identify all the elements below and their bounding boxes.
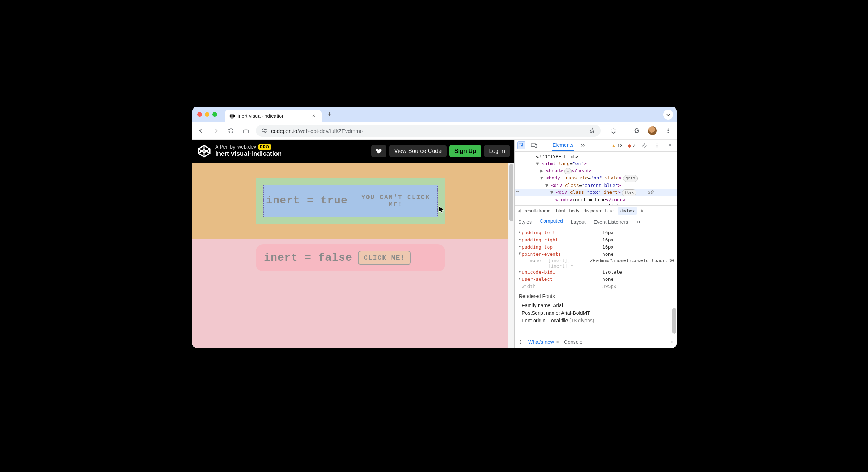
warnings-badge[interactable]: ▲13 [611, 143, 622, 148]
view-source-button[interactable]: View Source Code [389, 145, 447, 157]
close-whats-new-button[interactable]: × [556, 339, 559, 345]
chevrons-right-icon [580, 144, 585, 147]
tab-close-button[interactable]: × [310, 113, 317, 119]
heart-icon [376, 148, 382, 154]
computed-styles[interactable]: ▶padding-left16px ▶padding-right16px ▶pa… [515, 228, 677, 336]
rendered-fonts-body: Family name: Arial PostScript name: Aria… [517, 301, 674, 328]
kebab-icon [518, 339, 523, 345]
crumb-box[interactable]: div.box [618, 207, 637, 215]
scrollbar-thumb[interactable] [672, 308, 676, 334]
devtools-menu-button[interactable] [653, 141, 661, 149]
inspect-element-button[interactable] [517, 141, 525, 149]
devtools-highlight-margin: inert = true YOU CAN'T CLICK ME! [256, 178, 445, 224]
drawer-menu-button[interactable] [518, 339, 523, 345]
computed-property-expanded[interactable]: ▼pointer-eventsnone [517, 251, 674, 258]
svg-point-9 [667, 132, 669, 133]
crumb-parent[interactable]: div.parent.blue [584, 208, 614, 213]
device-toggle-button[interactable] [530, 141, 538, 149]
crumb-body[interactable]: body [569, 208, 579, 213]
extensions-button[interactable] [608, 126, 618, 136]
home-button[interactable] [241, 126, 251, 136]
chrome-menu-button[interactable] [663, 126, 673, 136]
error-icon: ◆ [628, 143, 631, 148]
star-icon [589, 127, 595, 134]
crumb-iframe[interactable]: .result-iframe [525, 208, 552, 213]
selected-dom-node[interactable]: ▼ <div class="box" inert>flex == $0 [515, 189, 677, 196]
kebab-icon [665, 128, 671, 134]
elements-tab[interactable]: Elements [552, 140, 574, 151]
more-style-tabs-button[interactable] [636, 220, 641, 224]
computed-tab[interactable]: Computed [540, 218, 563, 226]
page-content: A Pen by web.dev PRO inert visual-indica… [192, 140, 515, 348]
crumb-scroll-right[interactable]: ▶ [641, 208, 644, 213]
address-bar[interactable]: codepen.io/web-dot-dev/full/ZEvdmmo [256, 125, 601, 137]
more-tabs-button[interactable] [579, 141, 587, 149]
gear-icon [641, 143, 647, 148]
svg-rect-15 [535, 145, 537, 148]
svg-point-4 [263, 129, 264, 130]
tab-search-button[interactable] [663, 110, 673, 120]
window-close-button[interactable] [197, 112, 202, 117]
errors-badge[interactable]: ◆7 [628, 143, 635, 148]
computed-property-source[interactable]: none [inert], [inert] * ZEvdmmo?anon=tr…… [517, 258, 674, 269]
codepen-logo-icon[interactable] [197, 144, 212, 159]
window-zoom-button[interactable] [212, 112, 217, 117]
console-tab[interactable]: Console [564, 339, 582, 345]
svg-point-20 [520, 340, 521, 341]
like-button[interactable] [371, 145, 386, 157]
whats-new-tab[interactable]: What's new × [528, 339, 559, 345]
crumb-scroll-left[interactable]: ◀ [517, 208, 520, 213]
crumb-html[interactable]: html [556, 208, 565, 213]
rendered-fonts-header: Rendered Fonts [517, 290, 674, 301]
computed-property[interactable]: ▶unicode-bidiisolate [517, 269, 674, 276]
devtools-panel: Elements ▲13 ◆7 × <!DOCTYPE html> ▼ <htm… [515, 140, 677, 348]
svg-point-16 [643, 145, 645, 146]
inspect-icon [519, 143, 524, 148]
author-link[interactable]: web.dev [237, 144, 256, 150]
page-body: inert = true YOU CAN'T CLICK ME! [192, 163, 514, 348]
page-scrollbar[interactable] [508, 163, 514, 348]
devtools-scrollbar[interactable] [672, 140, 677, 348]
warning-icon: ▲ [611, 143, 616, 148]
chevrons-right-icon [636, 220, 641, 224]
computed-property[interactable]: ▶padding-right16px [517, 236, 674, 244]
site-settings-icon[interactable] [261, 128, 267, 133]
event-listeners-tab[interactable]: Event Listeners [594, 219, 628, 225]
pen-byline: A Pen by web.dev PRO [215, 144, 282, 150]
devtools-settings-button[interactable] [640, 141, 648, 149]
login-button[interactable]: Log In [484, 145, 510, 157]
inert-true-button: YOU CAN'T CLICK ME! [360, 194, 431, 208]
browser-tab[interactable]: inert visual-indication × [225, 110, 322, 122]
window-minimize-button[interactable] [205, 112, 209, 117]
dom-breadcrumbs[interactable]: ◀ .result-iframe html body div.parent.bl… [515, 206, 677, 216]
chevron-down-icon [666, 112, 670, 117]
inert-false-label: inert = false [264, 252, 352, 264]
browser-toolbar: codepen.io/web-dot-dev/full/ZEvdmmo G [192, 122, 677, 140]
back-button[interactable] [196, 126, 206, 136]
dom-tree[interactable]: <!DOCTYPE html> ▼ <html lang="en"> ▶ <he… [515, 152, 677, 206]
source-link[interactable]: ZEvdmmo?anon=tr…ew=fullpage:30 [590, 258, 674, 269]
dollar-zero-ref: $0 [648, 189, 654, 195]
signup-button[interactable]: Sign Up [449, 145, 481, 157]
new-tab-button[interactable]: + [324, 110, 334, 120]
google-account-button[interactable]: G [632, 126, 642, 136]
styles-tab[interactable]: Styles [518, 219, 532, 225]
computed-property[interactable]: ▶user-selectnone [517, 276, 674, 283]
arrow-left-icon [197, 127, 204, 134]
devtools-highlight-content: inert = true YOU CAN'T CLICK ME! [263, 185, 438, 217]
profile-avatar[interactable] [648, 126, 657, 135]
computed-property[interactable]: width395px [517, 283, 674, 290]
devtools-drawer: What's new × Console × [515, 336, 677, 348]
computed-property[interactable]: ▶padding-top16px [517, 244, 674, 251]
bookmark-button[interactable] [589, 127, 595, 134]
layout-tab[interactable]: Layout [571, 219, 586, 225]
reload-button[interactable] [226, 126, 236, 136]
tab-strip: inert visual-indication × + [192, 107, 677, 122]
overflow-ellipsis-icon[interactable]: ⋯ [516, 188, 519, 195]
scrollbar-thumb[interactable] [509, 164, 513, 221]
computed-property[interactable]: ▶padding-left16px [517, 229, 674, 236]
click-me-button[interactable]: CLICK ME! [358, 251, 411, 265]
forward-button[interactable] [211, 126, 221, 136]
puzzle-icon [610, 127, 617, 134]
codepen-header: A Pen by web.dev PRO inert visual-indica… [192, 140, 514, 163]
